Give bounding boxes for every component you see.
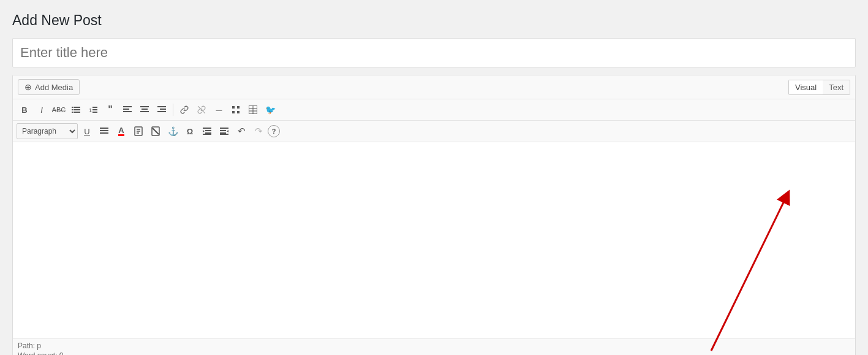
- svg-rect-18: [157, 111, 166, 112]
- redo-btn[interactable]: ↷: [251, 123, 266, 139]
- indent-btn[interactable]: [199, 123, 215, 139]
- svg-rect-38: [205, 130, 211, 131]
- unlink-btn[interactable]: [194, 102, 209, 118]
- add-media-button[interactable]: ⊕ Add Media: [18, 79, 80, 95]
- ordered-list-btn[interactable]: 1.: [85, 102, 101, 118]
- italic-btn[interactable]: I: [34, 102, 50, 118]
- unordered-list-btn[interactable]: [68, 102, 84, 118]
- svg-rect-37: [203, 128, 211, 129]
- svg-rect-8: [92, 109, 97, 110]
- svg-rect-2: [72, 109, 74, 110]
- font-color-btn[interactable]: A: [113, 123, 129, 139]
- toolbar-row1: B I ABC 1. ": [13, 99, 855, 121]
- path-label: Path: p: [18, 342, 850, 350]
- paste-word-btn[interactable]: [130, 123, 146, 139]
- strikethrough-btn[interactable]: ABC: [51, 102, 67, 118]
- editor-wrapper: ⊕ Add Media Visual Text B I ABC 1. ": [12, 75, 856, 355]
- svg-rect-13: [140, 106, 149, 107]
- title-input-wrapper: [12, 38, 856, 67]
- svg-rect-40: [203, 134, 211, 135]
- editor-content-area[interactable]: [13, 142, 855, 338]
- justify-btn[interactable]: [96, 123, 112, 139]
- svg-rect-3: [74, 109, 80, 110]
- anchor-btn[interactable]: ⚓: [165, 123, 181, 139]
- svg-rect-12: [123, 111, 132, 112]
- svg-rect-23: [237, 111, 240, 113]
- distraction-free-btn[interactable]: [228, 102, 244, 118]
- toolbar-row2: Paragraph Heading 1 Heading 2 Heading 3 …: [13, 121, 855, 142]
- svg-rect-14: [142, 109, 148, 110]
- link-btn[interactable]: [176, 102, 192, 118]
- bold-btn[interactable]: B: [17, 102, 32, 118]
- post-title-input[interactable]: [13, 39, 855, 67]
- svg-rect-9: [92, 112, 97, 113]
- svg-rect-29: [100, 130, 108, 131]
- svg-rect-43: [220, 130, 226, 131]
- annotation-arrow: [503, 179, 809, 355]
- svg-rect-1: [74, 107, 80, 108]
- more-tag-btn[interactable]: —: [211, 102, 227, 118]
- svg-rect-20: [232, 106, 235, 109]
- undo-btn[interactable]: ↶: [233, 123, 249, 139]
- svg-marker-41: [203, 130, 205, 132]
- svg-rect-10: [123, 106, 132, 107]
- media-icon: ⊕: [25, 82, 32, 92]
- page-title: Add New Post: [12, 12, 856, 29]
- svg-rect-0: [72, 107, 74, 108]
- tab-visual[interactable]: Visual: [789, 80, 823, 94]
- tab-text[interactable]: Text: [823, 80, 850, 94]
- svg-line-36: [153, 128, 159, 134]
- svg-rect-21: [237, 106, 240, 109]
- svg-rect-28: [100, 128, 108, 129]
- editor-top-bar: ⊕ Add Media Visual Text: [13, 75, 855, 99]
- svg-rect-7: [92, 107, 97, 108]
- toolbar-divider-1: [173, 104, 173, 116]
- svg-marker-46: [227, 130, 228, 132]
- align-center-btn[interactable]: [137, 102, 153, 118]
- svg-rect-16: [157, 106, 166, 107]
- svg-rect-22: [232, 111, 235, 113]
- svg-rect-11: [123, 109, 129, 110]
- align-left-btn[interactable]: [119, 102, 135, 118]
- svg-rect-45: [220, 134, 228, 135]
- add-media-label: Add Media: [35, 83, 73, 92]
- twitter-btn[interactable]: 🐦: [262, 102, 278, 118]
- special-char-btn[interactable]: Ω: [182, 123, 198, 139]
- svg-rect-5: [74, 112, 80, 113]
- outdent-btn[interactable]: [216, 123, 232, 139]
- remove-format-btn[interactable]: [148, 123, 164, 139]
- svg-rect-42: [220, 128, 228, 129]
- table-btn[interactable]: [245, 102, 261, 118]
- align-right-btn[interactable]: [154, 102, 170, 118]
- svg-rect-39: [205, 132, 211, 134]
- editor-footer: Path: p Word count: 0: [13, 338, 855, 355]
- word-count-label: Word count: 0: [18, 351, 850, 355]
- help-btn[interactable]: ?: [268, 125, 280, 137]
- svg-rect-44: [220, 132, 226, 134]
- view-tabs: Visual Text: [788, 80, 850, 95]
- paragraph-format-select[interactable]: Paragraph Heading 1 Heading 2 Heading 3 …: [17, 123, 78, 139]
- svg-rect-17: [160, 109, 166, 110]
- underline-btn[interactable]: U: [79, 123, 95, 139]
- svg-rect-15: [140, 111, 149, 112]
- blockquote-btn[interactable]: ": [102, 102, 118, 118]
- svg-line-48: [711, 196, 787, 351]
- svg-rect-30: [100, 132, 108, 134]
- svg-rect-4: [72, 112, 74, 113]
